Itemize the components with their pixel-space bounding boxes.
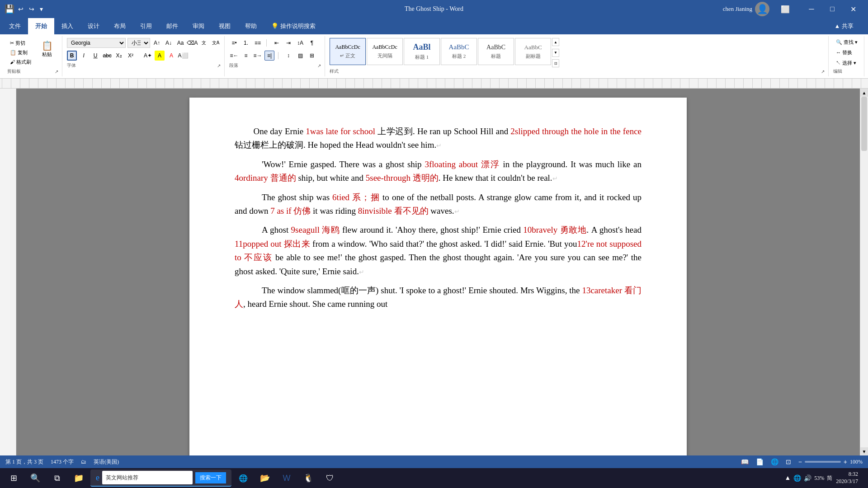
font-char-button[interactable]: 文 [199,38,209,48]
superscript-button[interactable]: X² [126,51,136,61]
font-grow-button[interactable]: A↑ [152,38,162,48]
style-title[interactable]: AaBbC 标题 [478,38,514,65]
scroll-track[interactable] [860,97,868,447]
redo-button[interactable]: ↪ [27,5,36,14]
borders-button[interactable]: ⊞ [307,51,317,61]
align-center-button[interactable]: ≡ [241,51,251,61]
align-right-button[interactable]: ≡→ [253,51,263,61]
strikethrough-button[interactable]: abc [102,51,112,61]
ie-app[interactable]: e 英文网站推荐 搜索一下 [90,469,231,487]
decrease-indent-button[interactable]: ⇤ [272,38,282,48]
tab-review[interactable]: 审阅 [185,18,212,34]
cut-button[interactable]: ✂ 剪切 [7,39,34,47]
show-desktop-button[interactable] [862,469,864,487]
app1-button[interactable]: 🐧 [298,469,318,487]
ie-search-button[interactable]: 搜索一下 [195,472,226,483]
tab-home[interactable]: 开始 [28,18,54,34]
font-dialog-icon[interactable]: ↗ [217,63,221,68]
tray-show-hidden[interactable]: ▲ [784,474,791,482]
task-view-button[interactable]: ⧉ [47,469,67,487]
italic-button[interactable]: I [79,51,89,61]
read-mode-button[interactable]: 📖 [740,457,750,466]
styles-more-button[interactable]: ⊡ [552,59,559,67]
font-case-button[interactable]: Aa [175,38,185,48]
document-area[interactable]: One day Ernie 1was late for school 上学迟到.… [16,89,860,455]
input-method-icon[interactable]: 简 [827,474,832,482]
font-char2-button[interactable]: 文A [211,38,221,48]
replace-button[interactable]: ↔ 替换 [833,48,855,57]
style-subtitle[interactable]: AaBbC 副标题 [515,38,551,65]
subscript-button[interactable]: X₂ [114,51,124,61]
tab-mailings[interactable]: 邮件 [159,18,185,34]
styles-scroll-up[interactable]: ▲ [552,38,559,46]
language-text[interactable]: 英语(美国) [94,458,119,466]
char-border-button[interactable]: A⬜ [178,51,188,61]
show-marks-button[interactable]: ¶ [307,38,317,48]
tab-file[interactable]: 文件 [2,18,28,34]
clipboard-dialog-icon[interactable]: ↗ [55,69,58,74]
paste-button[interactable]: 📋 粘贴 [36,39,58,66]
font-color-button[interactable]: A [166,51,176,61]
more-qa-button[interactable]: ▾ [38,5,45,14]
scroll-down-button[interactable]: ▼ [860,447,868,455]
app2-button[interactable]: 🛡 [320,469,340,487]
battery-icon[interactable]: 53% [814,475,824,482]
style-no-spacing[interactable]: AaBbCcDc 无间隔 [367,38,403,65]
tab-design[interactable]: 设计 [80,18,107,34]
print-layout-button[interactable]: 📄 [755,457,764,466]
tab-references[interactable]: 引用 [133,18,159,34]
styles-dialog-icon[interactable]: ↗ [821,69,825,74]
search-taskbar-button[interactable]: 🔍 [25,469,45,487]
maximize-button[interactable]: □ [822,0,843,18]
scroll-up-button[interactable]: ▲ [860,89,868,97]
zoom-out-button[interactable]: − [797,457,803,466]
focus-button[interactable]: ⊡ [785,457,792,466]
format-painter-button[interactable]: 🖌 格式刷 [7,58,34,66]
share-button[interactable]: ▲ 共享 [827,19,861,34]
shading-button[interactable]: ▨ [295,51,305,61]
word-taskbar-button[interactable]: W [277,469,297,487]
web-layout-button[interactable]: 🌐 [770,457,779,466]
tab-layout[interactable]: 布局 [107,18,133,34]
align-left-button[interactable]: ≡← [229,51,239,61]
tab-insert[interactable]: 插入 [54,18,80,34]
font-family-select[interactable]: Georgia [67,38,126,48]
paragraph-dialog-icon[interactable]: ↗ [317,63,321,68]
font-shrink-button[interactable]: A↓ [164,38,174,48]
copy-button[interactable]: 📋 复制 [7,48,34,57]
file-explorer-button[interactable]: 📁 [69,469,89,487]
sort-button[interactable]: ↕A [295,38,305,48]
clear-format-button[interactable]: ⌫A [187,38,197,48]
select-button[interactable]: ↖ 选择 ▾ [833,59,859,67]
justify-button[interactable]: ≡| [264,51,274,61]
underline-button[interactable]: U [90,51,100,61]
zoom-in-button[interactable]: + [843,457,848,466]
numbering-button[interactable]: 1. [241,38,251,48]
font-size-select[interactable]: 小三 [127,38,150,48]
folder-button[interactable]: 📂 [255,469,275,487]
increase-indent-button[interactable]: ⇥ [283,38,293,48]
find-button[interactable]: 🔍 查找 ▾ [833,38,860,47]
ie-search-bar[interactable]: 英文网站推荐 [102,471,193,484]
edge-button[interactable]: 🌐 [233,469,253,487]
bold-button[interactable]: B [67,51,77,61]
start-button[interactable]: ⊞ [4,469,24,487]
close-button[interactable]: ✕ [843,0,863,18]
zoom-slider[interactable] [805,461,841,463]
style-heading2[interactable]: AaBbC 标题 2 [441,38,477,65]
text-effect-button[interactable]: A✦ [143,51,153,61]
tab-help[interactable]: 帮助 [238,18,264,34]
line-spacing-button[interactable]: ↕ [283,51,293,61]
highlight-button[interactable]: A [155,51,165,61]
ribbon-collapse-button[interactable]: ⬜ [775,0,796,18]
network-icon[interactable]: 🌐 [793,474,801,482]
undo-button[interactable]: ↩ [16,5,25,14]
styles-scroll-down[interactable]: ▼ [552,49,559,57]
clock[interactable]: 8:32 2020/3/17 [836,471,858,485]
style-normal[interactable]: AaBbCcDc ↵ 正文 [330,38,366,65]
style-heading1[interactable]: AaBl 标题 1 [404,38,440,65]
tab-view[interactable]: 视图 [212,18,238,34]
volume-icon[interactable]: 🔊 [804,474,811,482]
tab-search[interactable]: 💡操作说明搜索 [264,18,323,34]
bullets-button[interactable]: ≡• [229,38,239,48]
